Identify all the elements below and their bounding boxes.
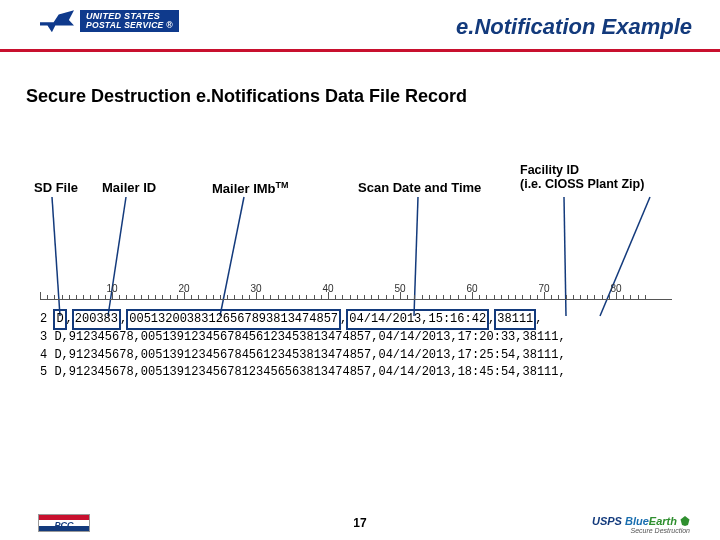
usps-logo: UNITED STATES POSTAL SERVICE ® bbox=[40, 10, 179, 32]
slide-footer: PCC 17 USPS BlueEarth Secure Destruction bbox=[0, 504, 720, 540]
column-ruler: 1020304050607080 bbox=[40, 282, 672, 304]
data-row: 3 D,912345678,00513912345678456123453813… bbox=[40, 329, 672, 346]
slide-header: UNITED STATES POSTAL SERVICE ® e.Notific… bbox=[0, 0, 720, 52]
label-mailer-imb: Mailer IMbTM bbox=[212, 180, 289, 196]
logo-text: UNITED STATES POSTAL SERVICE ® bbox=[80, 10, 179, 32]
data-record-box: 1020304050607080 2 D,200383,005132003831… bbox=[40, 282, 672, 382]
eagle-icon bbox=[40, 10, 74, 32]
label-scan: Scan Date and Time bbox=[358, 180, 481, 195]
label-mailer-id: Mailer ID bbox=[102, 180, 156, 195]
callout-lines bbox=[0, 0, 720, 540]
data-row: 2 D,200383,00513200383126567893813474857… bbox=[40, 310, 672, 329]
data-rows: 2 D,200383,00513200383126567893813474857… bbox=[40, 310, 672, 382]
label-sd-file: SD File bbox=[34, 180, 78, 195]
data-row: 5 D,912345678,00513912345678123456563813… bbox=[40, 364, 672, 381]
slide-subtitle: Secure Destruction e.Notifications Data … bbox=[26, 86, 467, 107]
page-number: 17 bbox=[353, 516, 366, 530]
label-facility: Facility ID (i.e. CIOSS Plant Zip) bbox=[520, 164, 644, 192]
blueearth-logo: USPS BlueEarth Secure Destruction bbox=[592, 515, 690, 534]
slide-title: e.Notification Example bbox=[456, 14, 692, 40]
pcc-logo: PCC bbox=[38, 514, 90, 532]
logo-line2: POSTAL SERVICE ® bbox=[86, 21, 173, 30]
leaf-icon bbox=[680, 516, 690, 526]
data-row: 4 D,912345678,00513912345678456123453813… bbox=[40, 347, 672, 364]
